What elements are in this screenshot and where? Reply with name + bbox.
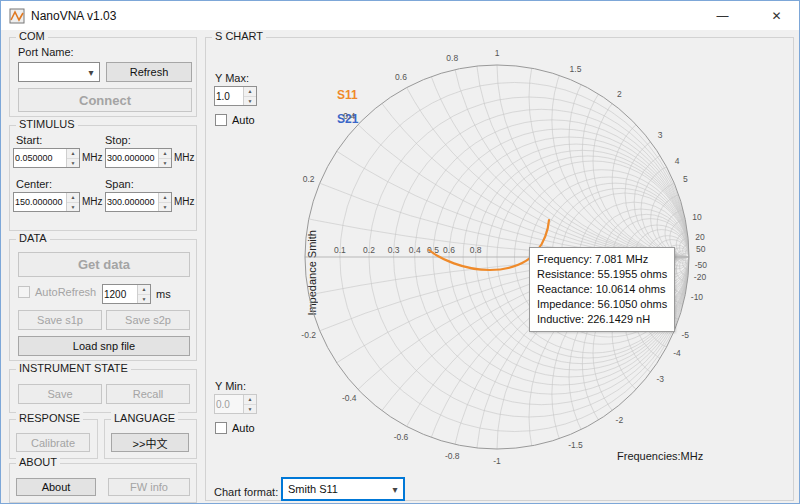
save-s2p-button[interactable]: Save s2p — [106, 310, 190, 330]
ymin-spinner — [214, 394, 257, 414]
ymax-auto-checkbox[interactable] — [215, 114, 227, 126]
svg-text:1: 1 — [495, 48, 500, 58]
interval-spin-down-icon[interactable] — [138, 294, 150, 304]
svg-text:-0.4: -0.4 — [342, 393, 357, 403]
marker-tooltip: Frequency: 7.081 MHz Resistance: 55.1955… — [529, 247, 675, 332]
app-icon — [9, 8, 25, 24]
span-spin-up-icon[interactable] — [159, 193, 171, 202]
title-bar: NanoVNA v1.03 — ✕ — [1, 1, 799, 30]
svg-text:-5: -5 — [682, 330, 690, 340]
save-s1p-button[interactable]: Save s1p — [18, 310, 102, 330]
data-group-label: DATA — [16, 232, 50, 244]
about-button[interactable]: About — [16, 478, 96, 496]
port-combo[interactable] — [18, 62, 100, 82]
interval-spin-up-icon[interactable] — [138, 285, 150, 294]
ymin-input[interactable] — [215, 395, 243, 413]
about-group: ABOUT About FW info — [9, 463, 197, 503]
stop-spin-down-icon[interactable] — [159, 158, 171, 168]
chart-format-combo[interactable]: Smith S11 — [282, 478, 404, 500]
schart-group: S CHART Y Max: Auto S11 S21 Impedance Sm… — [205, 37, 794, 501]
instrument-state-group: INSTRUMENT STATE Save Recall — [9, 369, 197, 413]
connect-button[interactable]: Connect — [18, 88, 192, 112]
ymax-label: Y Max: — [215, 72, 249, 84]
svg-text:0.3: 0.3 — [388, 245, 400, 255]
ymax-input[interactable] — [215, 87, 243, 105]
center-spin-up-icon[interactable] — [67, 193, 79, 202]
state-recall-button[interactable]: Recall — [106, 384, 190, 404]
svg-text:0.2: 0.2 — [363, 245, 375, 255]
get-data-button[interactable]: Get data — [18, 252, 190, 277]
svg-text:4: 4 — [675, 156, 680, 166]
stop-spinner — [105, 148, 172, 168]
ymin-spin-up-icon[interactable] — [244, 395, 256, 404]
ymax-spin-up-icon[interactable] — [244, 87, 256, 96]
span-unit-label: MHz — [174, 196, 195, 207]
tooltip-frequency: Frequency: 7.081 MHz — [537, 252, 667, 267]
language-group-label: LANGUAGE — [111, 412, 178, 424]
svg-text:50: 50 — [696, 244, 706, 254]
chart-format-value: Smith S11 — [288, 483, 387, 495]
stop-input[interactable] — [106, 149, 158, 167]
svg-text:0.8: 0.8 — [470, 245, 482, 255]
start-input[interactable] — [14, 149, 66, 167]
start-spin-down-icon[interactable] — [67, 158, 79, 168]
svg-text:-1: -1 — [493, 456, 501, 466]
stimulus-group: STIMULUS Start: Stop: MHz MHz Center: Sp… — [9, 125, 197, 231]
center-label: Center: — [16, 178, 52, 190]
autorefresh-label: AutoRefresh — [35, 286, 96, 298]
span-spin-down-icon[interactable] — [159, 202, 171, 212]
svg-text:3: 3 — [658, 130, 663, 140]
ymax-auto-row: Auto — [215, 114, 255, 126]
window-title: NanoVNA v1.03 — [31, 9, 116, 23]
com-group: COM Port Name: Refresh Connect — [9, 37, 197, 117]
ymin-auto-label: Auto — [232, 422, 255, 434]
svg-text:0.8: 0.8 — [446, 53, 458, 63]
ymax-spin-down-icon[interactable] — [244, 96, 256, 106]
schart-group-label: S CHART — [212, 30, 266, 42]
svg-text:-20: -20 — [694, 272, 707, 282]
svg-text:0.4: 0.4 — [343, 111, 355, 121]
svg-text:-0.6: -0.6 — [394, 432, 409, 442]
autorefresh-checkbox[interactable] — [18, 286, 30, 298]
stimulus-group-label: STIMULUS — [16, 118, 78, 130]
language-group: LANGUAGE >>中文 — [104, 419, 197, 459]
tooltip-impedance: Impedance: 56.1050 ohms — [537, 297, 667, 312]
center-spin-down-icon[interactable] — [67, 202, 79, 212]
svg-text:0.2: 0.2 — [303, 174, 315, 184]
start-spin-up-icon[interactable] — [67, 149, 79, 158]
interval-input[interactable] — [103, 285, 137, 303]
svg-text:10: 10 — [692, 212, 702, 222]
load-snp-button[interactable]: Load snp file — [18, 336, 190, 356]
ymin-auto-row: Auto — [215, 422, 255, 434]
interval-unit-label: ms — [156, 288, 171, 300]
svg-text:0.1: 0.1 — [334, 245, 346, 255]
svg-text:2: 2 — [617, 89, 622, 99]
span-input[interactable] — [106, 193, 158, 211]
center-unit-label: MHz — [82, 196, 103, 207]
autorefresh-row: AutoRefresh — [18, 286, 96, 298]
data-group: DATA Get data AutoRefresh ms Save s1p Sa… — [9, 239, 197, 361]
ymax-spinner — [214, 86, 257, 106]
ymin-auto-checkbox[interactable] — [215, 422, 227, 434]
stop-spin-up-icon[interactable] — [159, 149, 171, 158]
language-button[interactable]: >>中文 — [111, 433, 189, 452]
ymin-label: Y Min: — [215, 380, 246, 392]
stop-unit-label: MHz — [174, 152, 195, 163]
stop-label: Stop: — [105, 134, 131, 146]
ymin-spin-down-icon[interactable] — [244, 404, 256, 414]
state-save-button[interactable]: Save — [18, 384, 102, 404]
svg-text:0.4: 0.4 — [409, 245, 421, 255]
about-group-label: ABOUT — [16, 456, 60, 468]
start-spinner — [13, 148, 80, 168]
start-label: Start: — [16, 134, 42, 146]
close-icon[interactable]: ✕ — [754, 1, 799, 30]
refresh-button[interactable]: Refresh — [106, 62, 192, 82]
minimize-icon[interactable]: — — [700, 1, 745, 30]
svg-text:-0.2: -0.2 — [301, 330, 316, 340]
frequencies-label: Frequencies:MHz — [617, 450, 703, 462]
calibrate-button[interactable]: Calibrate — [16, 433, 90, 452]
center-input[interactable] — [14, 193, 66, 211]
svg-text:1.5: 1.5 — [570, 64, 582, 74]
fw-info-button[interactable]: FW info — [108, 478, 190, 496]
svg-text:-10: -10 — [691, 292, 704, 302]
